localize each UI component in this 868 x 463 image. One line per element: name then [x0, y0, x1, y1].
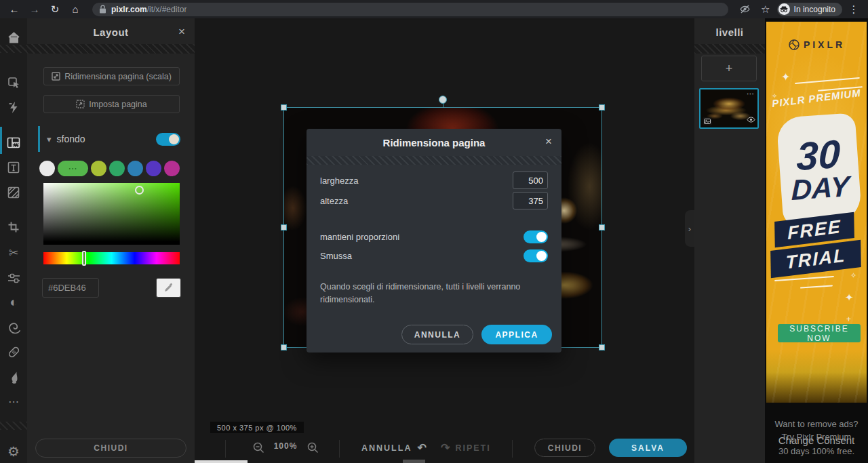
eye-off-icon[interactable]: [736, 2, 754, 17]
arrange-pointer-icon: [7, 77, 20, 89]
browser-home-icon[interactable]: ⌂: [66, 2, 84, 17]
active-tool-indicator: [0, 127, 2, 154]
ad-brand-row: PIXLR: [766, 39, 867, 51]
tool-pattern-button[interactable]: [0, 181, 27, 204]
ad-decor-line: [800, 285, 833, 288]
hue-slider-handle[interactable]: [82, 251, 86, 266]
scrollbar-thumb[interactable]: [403, 460, 425, 463]
set-page-label: Imposta pagina: [89, 100, 146, 109]
chevron-right-icon: ›: [688, 224, 691, 234]
horizontal-scrollbar[interactable]: [195, 460, 248, 463]
layers-panel: livelli + ⋯: [694, 18, 765, 463]
dialog-cancel-button[interactable]: ANNULLA: [401, 325, 473, 344]
bandage-icon: [7, 346, 20, 359]
premium-ad[interactable]: PIXLR ✦ ✧ PIXLR PREMIUM 30 DAY FREE TRIA…: [766, 22, 867, 403]
dialog-apply-button[interactable]: APPLICA: [481, 325, 552, 344]
dialog-close-icon[interactable]: ×: [545, 135, 552, 148]
tool-quick-actions-button[interactable]: [0, 96, 27, 119]
change-consent-link[interactable]: Change Consent: [765, 435, 868, 446]
swatch-yellow-green[interactable]: [91, 161, 106, 176]
canvas-area[interactable]: Ridimensiona pagina × larghezza altezza …: [195, 18, 694, 463]
save-button[interactable]: SALVA: [609, 439, 687, 457]
bottom-bar-divider: [225, 440, 226, 458]
panel-close-icon[interactable]: ×: [178, 25, 185, 39]
close-document-button[interactable]: CHIUDI: [534, 439, 595, 457]
layer-thumbnail[interactable]: ⋯: [699, 88, 759, 129]
tool-heal-button[interactable]: [0, 340, 27, 363]
selection-handle-w[interactable]: [281, 224, 287, 230]
hex-color-input[interactable]: [42, 278, 99, 298]
sparkle-icon: ✦: [781, 71, 790, 83]
smooth-label: Smussa: [320, 251, 352, 261]
layer-options-icon[interactable]: ⋯: [747, 89, 755, 98]
tool-layout-button[interactable]: [0, 131, 27, 154]
subscribe-now-button[interactable]: SUBSCRIBE NOW: [778, 324, 861, 342]
dialog-description: Quando scegli di ridimensionare, tutti i…: [320, 281, 524, 307]
selection-handle-se[interactable]: [599, 344, 605, 350]
eyedropper-icon: [163, 283, 174, 293]
tool-crop-button[interactable]: [0, 216, 27, 239]
tool-settings-button[interactable]: ⚙: [0, 440, 27, 463]
swatch-green[interactable]: [109, 161, 125, 176]
dialog-title: Ridimensiona pagina: [383, 137, 486, 148]
tool-contrast-button[interactable]: ◐: [0, 291, 27, 314]
browser-menu-icon[interactable]: ⋮: [845, 2, 863, 17]
selection-handle-e[interactable]: [599, 224, 605, 230]
layer-visibility-eye-icon[interactable]: [747, 113, 755, 125]
selection-handle-nw[interactable]: [281, 104, 287, 110]
undo-label: ANNULLA: [361, 443, 412, 453]
height-input[interactable]: [513, 192, 548, 209]
tool-adjust-button[interactable]: [0, 266, 27, 289]
url-host: pixlr.com: [111, 5, 147, 14]
swatch-purple[interactable]: [146, 161, 161, 176]
saturation-value-picker[interactable]: [43, 183, 180, 245]
tool-draw-button[interactable]: [0, 365, 27, 388]
set-page-button[interactable]: Imposta pagina: [43, 95, 180, 113]
tool-liquify-button[interactable]: [0, 316, 27, 339]
panel-collapse-tab[interactable]: ›: [685, 210, 694, 247]
address-bar[interactable]: pixlr.com/it/x/#editor: [92, 3, 728, 16]
tool-text-button[interactable]: [0, 156, 27, 179]
tool-cut-button[interactable]: ✂: [0, 241, 27, 264]
undo-button[interactable]: ANNULLA ↶: [361, 441, 427, 454]
panel-close-button[interactable]: CHIUDI: [35, 439, 186, 458]
zoom-in-button[interactable]: [307, 441, 319, 457]
browser-reload-icon[interactable]: ↻: [46, 2, 64, 17]
rotation-handle[interactable]: [439, 96, 447, 104]
background-section-row[interactable]: ▾ sfondo: [38, 126, 184, 152]
add-layer-button[interactable]: +: [701, 56, 757, 81]
ad-premium-label: PIXLR PREMIUM: [766, 86, 867, 110]
smooth-toggle[interactable]: [524, 249, 548, 262]
browser-forward-icon[interactable]: →: [26, 2, 43, 17]
swatch-white[interactable]: [39, 161, 55, 176]
brush-icon: [9, 371, 19, 384]
swatch-magenta[interactable]: [164, 161, 180, 176]
keep-proportions-label: mantieni proporzioni: [320, 232, 399, 242]
background-toggle[interactable]: [156, 133, 180, 146]
selection-handle-ne[interactable]: [599, 104, 605, 110]
hue-slider[interactable]: [43, 252, 180, 264]
lightning-icon: [8, 101, 19, 114]
redo-button[interactable]: ↷ RIPETI: [441, 441, 491, 454]
resize-page-scale-button[interactable]: Ridimensiona pagina (scala): [43, 67, 180, 85]
tool-arrange-button[interactable]: [0, 71, 27, 94]
zoom-out-button[interactable]: [252, 441, 265, 457]
browser-back-icon[interactable]: ←: [5, 2, 23, 17]
eyedropper-button[interactable]: [156, 278, 181, 298]
resize-page-scale-label: Ridimensiona pagina (scala): [64, 72, 172, 81]
width-input[interactable]: [513, 172, 548, 189]
pixlr-logo-icon: [788, 39, 800, 51]
tool-more-button[interactable]: ⋯: [0, 390, 27, 413]
swatch-green-more[interactable]: ⋯: [58, 161, 88, 176]
ad-brand-label: PIXLR: [804, 39, 845, 50]
keep-proportions-toggle[interactable]: [524, 230, 548, 243]
color-swatches: ⋯: [39, 160, 183, 176]
layers-divider: [694, 44, 765, 54]
free-days-text: 30 days 100% free.: [765, 446, 868, 456]
picker-cursor[interactable]: [135, 186, 144, 195]
swatch-blue[interactable]: [127, 161, 143, 176]
text-icon: [7, 161, 20, 174]
sparkle-icon: ✧: [850, 271, 856, 280]
bookmark-star-icon[interactable]: ☆: [757, 2, 774, 17]
selection-handle-sw[interactable]: [281, 344, 287, 350]
